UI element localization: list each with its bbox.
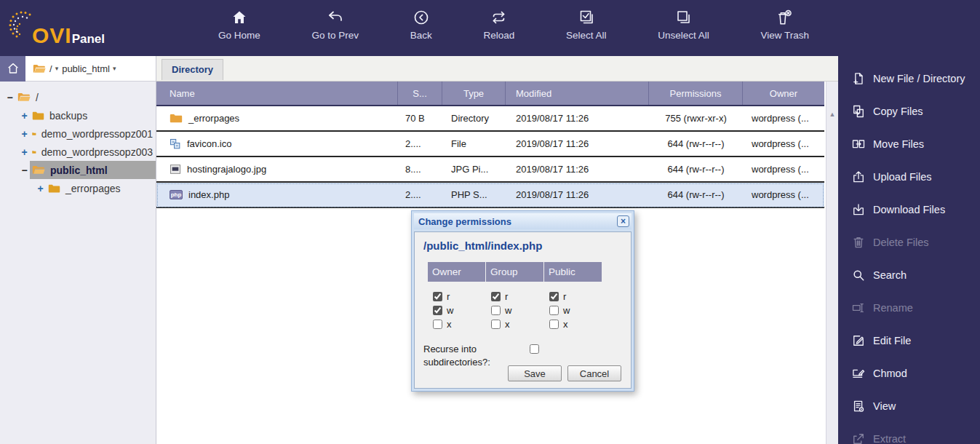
collapse-icon[interactable]: − xyxy=(19,165,30,175)
action-new-file-directory[interactable]: New File / Directory xyxy=(838,62,980,95)
action-copy-files[interactable]: Copy Files xyxy=(838,95,980,127)
breadcrumb-home-button[interactable] xyxy=(0,56,25,82)
public-x-checkbox[interactable] xyxy=(549,320,559,329)
toolbar-label: Reload xyxy=(483,30,514,41)
file-owner: wordpress (... xyxy=(743,132,824,156)
column-header-name[interactable]: Name xyxy=(156,82,398,105)
action-label: Extract xyxy=(873,433,906,444)
chevron-down-icon: ▾ xyxy=(113,66,116,72)
toolbar-go-home-button[interactable]: Go Home xyxy=(218,7,260,41)
table-row-errorpages[interactable]: _errorpages 70 B Directory 2019/08/17 11… xyxy=(156,106,824,132)
action-upload-files[interactable]: Upload Files xyxy=(838,160,980,193)
tree-item-root[interactable]: − / xyxy=(0,88,156,106)
scroll-up-arrow-icon[interactable]: ▲ xyxy=(826,111,838,118)
top-navbar: OVI Panel Go Home Go to Prev Back xyxy=(0,0,980,56)
expand-icon[interactable]: + xyxy=(19,147,30,157)
toolbar-select-all-button[interactable]: Select All xyxy=(566,7,607,41)
action-view[interactable]: View xyxy=(838,389,980,422)
recurse-checkbox[interactable] xyxy=(530,344,539,354)
file-type: File xyxy=(442,132,506,156)
toolbar-back-button[interactable]: Back xyxy=(410,7,432,41)
table-row-index-php[interactable]: php index.php 2.... PHP S... 2019/08/17 … xyxy=(156,183,824,208)
group-write-row: w xyxy=(491,305,549,316)
toolbar-label: Go to Prev xyxy=(311,30,359,41)
expand-icon[interactable]: + xyxy=(35,183,46,194)
ovipanel-logo[interactable]: OVI Panel xyxy=(4,9,105,47)
action-rename[interactable]: Rename xyxy=(838,291,980,324)
action-extract[interactable]: Extract xyxy=(838,422,980,444)
action-delete-files[interactable]: Delete Files xyxy=(838,226,980,258)
tab-directory[interactable]: Directory xyxy=(162,59,223,80)
owner-w-checkbox[interactable] xyxy=(433,306,442,315)
action-chmod[interactable]: Chmod xyxy=(838,357,980,389)
save-button[interactable]: Save xyxy=(508,365,562,381)
file-type: Directory xyxy=(442,106,506,130)
tree-item-label: demo_wordpressopz001 xyxy=(41,128,153,140)
breadcrumb: / ▾ public_html ▾ xyxy=(0,56,156,82)
tree-item-public-html[interactable]: − public_html xyxy=(0,161,156,179)
tree-item-backups[interactable]: + backups xyxy=(0,106,156,124)
tree-item-demo-wordpressopz001[interactable]: + demo_wordpressopz001 xyxy=(0,124,156,143)
column-header-permissions[interactable]: Permissions xyxy=(649,82,743,105)
move-files-icon xyxy=(851,137,866,151)
action-search[interactable]: Search xyxy=(838,258,980,291)
toolbar-go-to-prev-button[interactable]: Go to Prev xyxy=(311,7,359,41)
expand-icon[interactable]: + xyxy=(19,129,30,139)
action-move-files[interactable]: Move Files xyxy=(838,127,980,160)
breadcrumb-current-dropdown[interactable]: public_html ▾ xyxy=(62,63,116,74)
perm-label: w xyxy=(447,305,453,316)
breadcrumb-root-dropdown[interactable]: / ▾ xyxy=(49,63,58,74)
tree-item-demo-wordpressopz003[interactable]: + demo_wordpressopz003 xyxy=(0,143,156,161)
cancel-button[interactable]: Cancel xyxy=(567,365,621,381)
upload-icon xyxy=(851,170,866,184)
toolbar: Go Home Go to Prev Back Reload xyxy=(218,7,809,41)
table-row-hostingrajalogo[interactable]: hostingrajalogo.jpg 8.... JPG Pi... 2019… xyxy=(156,157,824,183)
public-r-checkbox[interactable] xyxy=(549,292,559,301)
open-folder-icon xyxy=(17,92,31,103)
expand-icon[interactable]: + xyxy=(19,111,30,121)
perm-label: x xyxy=(447,319,452,330)
folder-icon xyxy=(48,183,60,194)
column-header-size[interactable]: S... xyxy=(398,82,442,105)
toolbar-reload-button[interactable]: Reload xyxy=(483,7,514,41)
toolbar-unselect-all-button[interactable]: Unselect All xyxy=(658,7,709,41)
column-header-owner[interactable]: Owner xyxy=(743,82,824,105)
tree-item-label: _errorpages xyxy=(65,183,121,194)
group-x-checkbox[interactable] xyxy=(491,320,501,329)
action-edit-file[interactable]: Edit File xyxy=(838,324,980,357)
group-r-checkbox[interactable] xyxy=(491,292,501,301)
owner-x-checkbox[interactable] xyxy=(433,320,442,329)
close-icon[interactable]: × xyxy=(617,215,629,227)
column-header-type[interactable]: Type xyxy=(442,82,506,105)
action-download-files[interactable]: Download Files xyxy=(838,193,980,226)
perm-label: x xyxy=(563,319,568,330)
group-w-checkbox[interactable] xyxy=(491,306,501,315)
tree-item-errorpages[interactable]: + _errorpages xyxy=(0,179,156,197)
action-label: Chmod xyxy=(873,368,907,379)
column-header-modified[interactable]: Modified xyxy=(506,82,649,105)
new-file-icon xyxy=(851,71,866,86)
file-modified: 2019/08/17 11:26 xyxy=(506,106,649,130)
tree-item-label: backups xyxy=(49,110,87,122)
toolbar-label: Go Home xyxy=(218,30,260,41)
folder-icon xyxy=(170,113,183,124)
table-row-favicon[interactable]: favicon.ico 2.... File 2019/08/17 11:26 … xyxy=(156,132,824,157)
tree-item-label: / xyxy=(36,92,39,103)
dialog-title: Change permissions xyxy=(418,216,511,227)
trash-icon xyxy=(851,235,866,250)
permission-checkbox-grid: r w x r xyxy=(433,291,622,330)
image-file-icon xyxy=(170,164,181,175)
rename-icon xyxy=(851,301,866,315)
table-scrollbar[interactable]: ▲ xyxy=(826,82,838,444)
folder-icon xyxy=(32,111,44,121)
owner-permissions-column: r w x xyxy=(433,291,491,330)
dialog-titlebar[interactable]: Change permissions × xyxy=(414,213,632,229)
folder-icon xyxy=(32,129,36,139)
public-w-checkbox[interactable] xyxy=(549,306,559,315)
toolbar-view-trash-button[interactable]: View Trash xyxy=(760,7,809,41)
directory-tree-sidebar: / ▾ public_html ▾ − / + xyxy=(0,56,156,444)
collapse-icon[interactable]: − xyxy=(4,92,15,103)
file-size: 8.... xyxy=(398,157,442,181)
owner-r-checkbox[interactable] xyxy=(433,292,442,301)
directory-tree: − / + backups + demo_wordpressopz001 xyxy=(0,82,156,197)
